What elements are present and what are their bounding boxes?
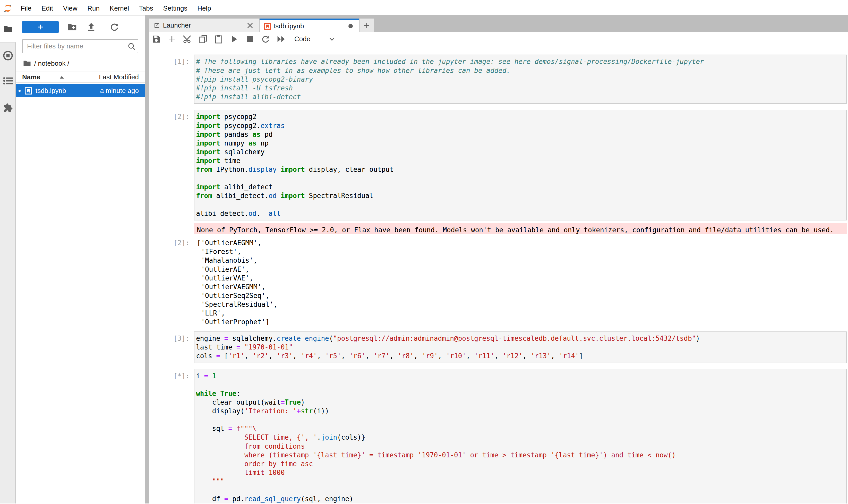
restart-kernel-button[interactable] bbox=[261, 33, 270, 45]
menu-settings[interactable]: Settings bbox=[158, 1, 192, 15]
new-tab-button[interactable] bbox=[360, 19, 374, 33]
tab-tsdb-ipynb[interactable]: tsdb.ipynb bbox=[259, 19, 359, 33]
restart-icon bbox=[261, 35, 270, 43]
cut-cells-button[interactable] bbox=[183, 33, 192, 45]
unsaved-changes-dot bbox=[348, 24, 353, 28]
paste-cells-button[interactable] bbox=[214, 33, 223, 45]
menu-kernel[interactable]: Kernel bbox=[105, 1, 134, 15]
output-area: ['OutlierAEGMM', 'IForest', 'Mahalanobis… bbox=[194, 238, 847, 328]
run-icon bbox=[231, 36, 238, 43]
insert-cell-button[interactable] bbox=[168, 33, 176, 45]
clipboard-icon bbox=[215, 35, 222, 43]
jupyter-logo-icon bbox=[3, 4, 12, 13]
code-cell-3[interactable]: [3]: engine = sqlalchemy.create_engine("… bbox=[149, 328, 848, 366]
code-cell-2[interactable]: [2]: import psycopg2import psycopg2.extr… bbox=[149, 107, 848, 223]
breadcrumb[interactable]: / notebook / bbox=[23, 59, 138, 68]
tab-tsdb-label: tsdb.ipynb bbox=[273, 22, 304, 30]
close-icon[interactable] bbox=[247, 23, 253, 28]
cell-editor[interactable]: i = 1​while True: clear_output(wait=True… bbox=[194, 369, 847, 503]
menu-file[interactable]: File bbox=[16, 1, 37, 15]
activity-bar-divider bbox=[15, 42, 16, 503]
cell-type-select[interactable]: Code bbox=[294, 33, 335, 45]
code-cell-1[interactable]: [1]: # The following libraries have alre… bbox=[149, 52, 848, 107]
search-icon bbox=[128, 43, 135, 50]
plus-icon bbox=[38, 24, 43, 30]
input-prompt: [2]: bbox=[151, 110, 194, 220]
restart-and-run-all-button[interactable] bbox=[277, 33, 286, 45]
input-prompt: [1]: bbox=[151, 55, 194, 104]
tab-launcher[interactable]: Launcher bbox=[149, 19, 259, 33]
execute-result-text: ['OutlierAEGMM', 'IForest', 'Mahalanobis… bbox=[194, 238, 847, 328]
cell-editor[interactable]: import psycopg2import psycopg2.extrasimp… bbox=[194, 110, 847, 220]
column-header-name[interactable]: Name bbox=[16, 72, 74, 83]
fast-forward-icon bbox=[277, 36, 285, 42]
file-browser-panel: / notebook / Name Last Modified bbox=[16, 15, 145, 503]
upload-icon bbox=[87, 23, 95, 32]
notebook-area: [1]: # The following libraries have alre… bbox=[149, 46, 848, 503]
stop-icon bbox=[247, 36, 253, 42]
file-browser-toolbar bbox=[22, 21, 138, 33]
file-last-modified: a minute ago bbox=[100, 87, 145, 95]
breadcrumb-path: / notebook / bbox=[34, 59, 69, 68]
column-header-last-modified[interactable]: Last Modified bbox=[74, 73, 145, 81]
file-name: tsdb.ipynb bbox=[36, 87, 66, 95]
menu-help[interactable]: Help bbox=[192, 1, 216, 15]
input-prompt: [3]: bbox=[151, 331, 194, 363]
open-file-dot bbox=[19, 90, 21, 92]
folder-icon bbox=[3, 25, 13, 33]
filter-files-input[interactable] bbox=[22, 39, 138, 53]
notebook-toolbar: Code bbox=[149, 32, 848, 46]
puzzle-icon bbox=[3, 103, 13, 113]
code-editor-content[interactable]: import psycopg2import psycopg2.extrasimp… bbox=[196, 112, 844, 218]
jupyterlab-window: File Edit View Run Kernel Tabs Settings … bbox=[0, 0, 848, 504]
new-folder-icon bbox=[68, 23, 77, 31]
menu-edit[interactable]: Edit bbox=[37, 1, 58, 15]
code-cell-4[interactable]: [*]: i = 1​while True: clear_output(wait… bbox=[149, 366, 848, 503]
output-area: None of PyTorch, TensorFlow >= 2.0, or F… bbox=[194, 223, 847, 238]
stop-kernel-button[interactable] bbox=[246, 33, 254, 45]
save-button[interactable] bbox=[152, 33, 161, 45]
refresh-icon-button[interactable] bbox=[110, 21, 119, 33]
sidebar-tab-file-browser[interactable] bbox=[0, 15, 16, 42]
left-activity-bar bbox=[0, 15, 16, 503]
new-folder-button[interactable] bbox=[68, 21, 77, 33]
cell-2-result: [2]: ['OutlierAEGMM', 'IForest', 'Mahala… bbox=[149, 238, 848, 328]
tab-launcher-label: Launcher bbox=[163, 21, 191, 29]
stderr-text: None of PyTorch, TensorFlow >= 2.0, or F… bbox=[197, 226, 844, 234]
main-shell: / notebook / Name Last Modified bbox=[0, 15, 848, 503]
notebook-file-icon bbox=[25, 87, 32, 94]
menu-view[interactable]: View bbox=[58, 1, 83, 15]
scissors-icon bbox=[183, 35, 192, 43]
sidebar-tab-extension-manager[interactable] bbox=[0, 94, 16, 121]
dock-tab-bar: Launcher tsdb.ipynb bbox=[149, 15, 848, 32]
copy-cells-button[interactable] bbox=[199, 33, 208, 45]
menu-run[interactable]: Run bbox=[83, 1, 105, 15]
sidebar-tab-table-of-contents[interactable] bbox=[0, 69, 16, 93]
refresh-icon bbox=[110, 23, 119, 32]
menu-tabs[interactable]: Tabs bbox=[134, 1, 158, 15]
home-folder-icon bbox=[23, 60, 31, 67]
code-editor-content[interactable]: i = 1​while True: clear_output(wait=True… bbox=[196, 372, 844, 503]
output-prompt-spacer bbox=[151, 223, 194, 238]
file-listing-header: Name Last Modified bbox=[16, 72, 145, 83]
sidebar-tab-running-kernels[interactable] bbox=[0, 42, 16, 69]
cell-editor[interactable]: engine = sqlalchemy.create_engine("postg… bbox=[194, 331, 847, 363]
new-launcher-button[interactable] bbox=[22, 21, 59, 33]
file-row-tsdb-ipynb[interactable]: tsdb.ipynb a minute ago bbox=[16, 84, 145, 97]
output-prompt: [2]: bbox=[151, 238, 194, 328]
run-cell-button[interactable] bbox=[230, 33, 239, 45]
file-listing: Name Last Modified tsdb.ipynb a minute a… bbox=[16, 72, 145, 503]
cell-editor[interactable]: # The following libraries have already b… bbox=[194, 55, 847, 104]
chevron-down-icon bbox=[329, 37, 335, 41]
plus-icon bbox=[169, 36, 175, 42]
stderr-output: None of PyTorch, TensorFlow >= 2.0, or F… bbox=[194, 223, 847, 234]
upload-icon-button[interactable] bbox=[87, 21, 95, 33]
code-editor-content[interactable]: # The following libraries have already b… bbox=[196, 57, 844, 101]
input-prompt: [*]: bbox=[151, 369, 194, 503]
cell-type-value: Code bbox=[294, 35, 310, 43]
cell-2-outputs: None of PyTorch, TensorFlow >= 2.0, or F… bbox=[149, 223, 848, 238]
save-icon bbox=[152, 35, 161, 43]
notebook-tab-icon bbox=[264, 23, 271, 30]
sort-ascending-icon bbox=[60, 76, 64, 78]
code-editor-content[interactable]: engine = sqlalchemy.create_engine("postg… bbox=[196, 334, 844, 360]
